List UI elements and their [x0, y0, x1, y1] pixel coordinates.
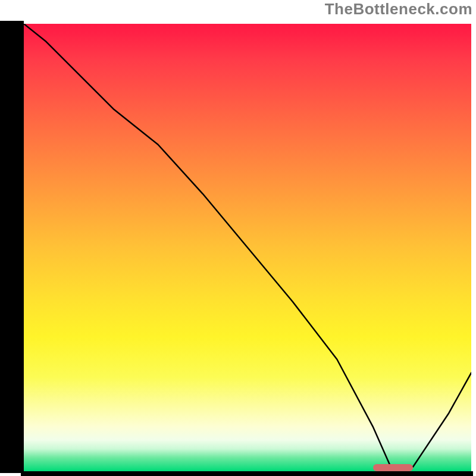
bottleneck-curve — [24, 24, 471, 467]
optimal-range-marker — [373, 464, 414, 471]
curve-layer — [24, 24, 471, 471]
watermark-text: TheBottleneck.com — [325, 0, 472, 18]
plot-area — [24, 24, 471, 471]
y-axis — [0, 21, 24, 473]
chart-frame: TheBottleneck.com — [0, 0, 476, 476]
x-axis — [21, 471, 473, 476]
